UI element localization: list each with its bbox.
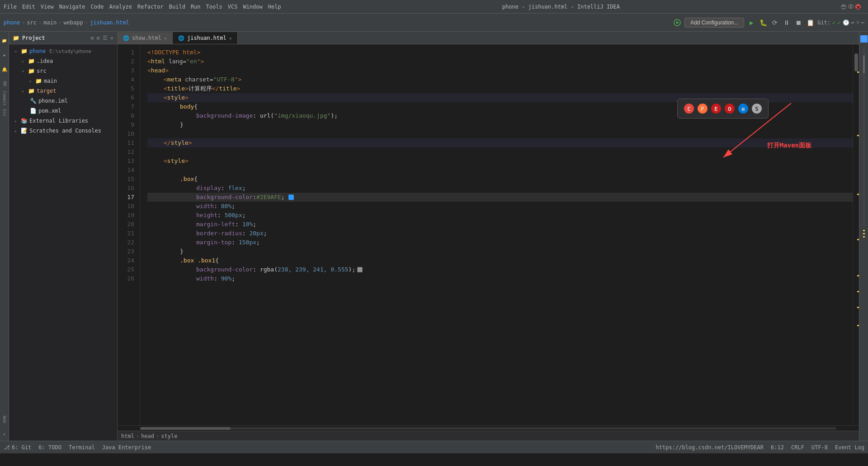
- status-todo[interactable]: 6: TODO: [38, 444, 61, 451]
- menu-bar[interactable]: File Edit View Navigate Code Analyze Ref…: [4, 4, 281, 10]
- ln-7: 7: [118, 102, 140, 111]
- menu-file[interactable]: File: [4, 4, 17, 10]
- fold-target[interactable]: [22, 89, 24, 94]
- h-scrollbar-thumb[interactable]: [140, 427, 231, 430]
- menu-view[interactable]: View: [41, 4, 54, 10]
- tree-external-libs[interactable]: 📚 External Libraries: [9, 116, 117, 126]
- menu-vcs[interactable]: VCS: [228, 4, 238, 10]
- scroll-mark-8: [857, 325, 859, 326]
- tree-target[interactable]: 📁 target: [9, 86, 117, 96]
- menu-help[interactable]: Help: [268, 4, 281, 10]
- tree-root-phone[interactable]: 📁 phone E:\study\phone: [9, 46, 117, 56]
- right-mark-1: [863, 230, 865, 231]
- commit-icon[interactable]: Commit: [0, 91, 9, 105]
- project-icon[interactable]: 📁: [0, 33, 9, 47]
- code-line-19: height: 500px;: [147, 211, 853, 220]
- panel-header: 📁 Project ⚙ ⚙ ☰ ✕: [9, 32, 117, 44]
- toolbar-icon-3[interactable]: ⏹: [794, 18, 803, 27]
- menu-tools[interactable]: Tools: [206, 4, 222, 10]
- window-controls[interactable]: ─ □ ✕: [841, 4, 861, 10]
- add-configuration-button[interactable]: Add Configuration...: [684, 18, 744, 28]
- maximize-button[interactable]: □: [848, 4, 854, 10]
- menu-edit[interactable]: Edit: [22, 4, 35, 10]
- fold-ext[interactable]: [14, 119, 17, 124]
- status-git[interactable]: ⎇ 6: Git: [4, 444, 31, 451]
- menu-analyze[interactable]: Analyze: [109, 4, 132, 10]
- tree-iml-label: phone.iml: [38, 98, 68, 104]
- scrollbar-thumb[interactable]: [854, 53, 858, 71]
- tree-scratches[interactable]: 📝 Scratches and Consoles: [9, 126, 117, 136]
- tree-idea[interactable]: 📁 .idea: [9, 56, 117, 66]
- iml-file-icon: 🔧: [30, 98, 37, 104]
- ln-10: 10: [118, 129, 140, 138]
- tab-jishuan-html[interactable]: 🌐 jishuan.html ✕: [173, 32, 238, 44]
- menu-refactor[interactable]: Refactor: [137, 4, 164, 10]
- menu-navigate[interactable]: Navigate: [59, 4, 85, 10]
- git-sidebar-icon[interactable]: Git: [0, 106, 9, 119]
- scroll-mark-3: [857, 194, 859, 195]
- panel-gear-icon[interactable]: ⚙: [90, 35, 94, 41]
- color-preview-17: [288, 195, 294, 200]
- tab-show-html-close[interactable]: ✕: [164, 36, 167, 41]
- menu-code[interactable]: Code: [91, 4, 104, 10]
- debug-button[interactable]: 🐛: [759, 18, 768, 27]
- favorites-icon[interactable]: ★: [0, 427, 9, 441]
- tab-jishuan-label: jishuan.html: [187, 35, 226, 41]
- panel-config-icon[interactable]: ⚙: [97, 35, 100, 41]
- close-button[interactable]: ✕: [855, 4, 861, 10]
- status-encoding[interactable]: UTF-8: [811, 444, 828, 451]
- notification-icon[interactable]: 🔔: [0, 62, 9, 76]
- menu-build[interactable]: Build: [169, 4, 185, 10]
- status-crlf[interactable]: CRLF: [791, 444, 804, 451]
- toolbar-icon-2[interactable]: ⏸: [782, 18, 791, 27]
- vertical-scrollbar[interactable]: [853, 44, 859, 425]
- menu-window[interactable]: Window: [243, 4, 262, 10]
- scratches-icon: 📝: [21, 128, 28, 134]
- tab-jishuan-close[interactable]: ✕: [229, 36, 232, 41]
- status-event-log[interactable]: Event Log: [835, 444, 864, 451]
- status-java-enterprise[interactable]: Java Enterprise: [102, 444, 151, 451]
- bottom-breadcrumb: html › head › style: [118, 431, 859, 441]
- ln-14: 14: [118, 166, 140, 175]
- fold-main[interactable]: [29, 79, 32, 84]
- fold-phone[interactable]: [14, 49, 17, 54]
- fold-src[interactable]: [22, 69, 24, 74]
- tree-idea-label: .idea: [37, 58, 53, 64]
- right-icon-1[interactable]: [860, 35, 868, 43]
- web-icon[interactable]: Web: [0, 413, 9, 426]
- database-icon[interactable]: 🗄: [0, 77, 9, 90]
- code-line-12: [147, 147, 853, 157]
- h-scrollbar-track: [140, 427, 836, 430]
- tree-main-label: main: [44, 78, 57, 84]
- bookmark-icon[interactable]: ★: [0, 48, 9, 62]
- tree-pom[interactable]: 📄 pom.xml: [9, 106, 117, 116]
- tree-src[interactable]: 📁 src: [9, 66, 117, 76]
- bc-head: head: [141, 433, 154, 439]
- status-terminal[interactable]: Terminal: [69, 444, 95, 451]
- fold-idea[interactable]: [22, 59, 24, 64]
- run-config-dropdown[interactable]: [673, 18, 682, 27]
- toolbar-icon-1[interactable]: ⟳: [770, 18, 779, 27]
- toolbar-icon-4[interactable]: 📋: [806, 18, 815, 27]
- status-url[interactable]: https://blog.csdn.net/ILOVEMYDEAR: [656, 444, 764, 451]
- project-tree: 📁 phone E:\study\phone 📁 .idea 📁 src: [9, 44, 117, 441]
- tree-phone-iml[interactable]: 🔧 phone.iml: [9, 96, 117, 106]
- minimize-button[interactable]: ─: [841, 4, 846, 10]
- menu-run[interactable]: Run: [191, 4, 201, 10]
- horizontal-scrollbar[interactable]: [118, 425, 859, 431]
- run-button[interactable]: ▶: [747, 18, 756, 27]
- fold-scratches[interactable]: [14, 128, 17, 133]
- panel-settings-icon[interactable]: ☰: [103, 35, 108, 41]
- ln-3: 3: [118, 66, 140, 75]
- right-scrollbar-thumb[interactable]: [863, 55, 865, 73]
- status-position[interactable]: 6:12: [771, 444, 784, 451]
- code-line-25: background-color: rgba(238, 239, 241, 0.…: [147, 265, 853, 274]
- tab-show-html[interactable]: 🌐 show.html ✕: [118, 32, 173, 44]
- panel-close-icon[interactable]: ✕: [110, 35, 113, 41]
- tree-src-label: src: [37, 68, 47, 74]
- tree-main[interactable]: 📁 main: [9, 76, 117, 86]
- target-folder-icon: 📁: [28, 88, 35, 94]
- ln-20: 20: [118, 220, 140, 229]
- code-line-23: }: [147, 247, 853, 256]
- git-clock-icon: 🕐: [843, 19, 849, 26]
